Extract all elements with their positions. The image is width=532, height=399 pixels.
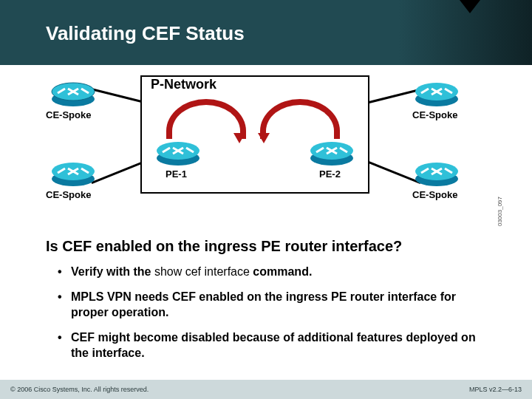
corner-decoration (460, 0, 480, 13)
router-icon (309, 137, 355, 167)
bullet-item: MPLS VPN needs CEF enabled on the ingres… (58, 290, 488, 320)
router-icon (414, 78, 460, 108)
router-icon (50, 158, 96, 188)
router-icon (414, 158, 460, 188)
slide-number: MPLS v2.2—6-13 (469, 386, 522, 393)
arrowhead-icon (258, 133, 270, 143)
question-heading: Is CEF enabled on the ingress PE router … (46, 238, 402, 255)
router-label: PE-2 (319, 168, 341, 180)
copyright-text: © 2006 Cisco Systems, Inc. All rights re… (10, 386, 149, 393)
bullet-text: MPLS VPN needs CEF enabled on the ingres… (71, 290, 456, 318)
p-network-label: P-Network (149, 77, 218, 92)
router-label: CE-Spoke (412, 189, 457, 200)
bullet-list: Verify with the show cef interface comma… (58, 265, 488, 371)
router-icon (155, 137, 201, 167)
router-label: PE-1 (166, 168, 187, 180)
title-bar: Validating CEF Status (0, 0, 532, 65)
command-text: show cef interface (154, 265, 253, 278)
router-label: CE-Spoke (412, 109, 457, 120)
bullet-item: CEF might become disabled because of add… (58, 330, 488, 361)
network-diagram: P-Network CE-Spoke CE-Spoke PE-1 PE-2 CE… (44, 71, 488, 226)
bullet-text: Verify with the (71, 265, 154, 278)
bullet-text: command. (253, 265, 312, 278)
image-credit: 03003_097 (497, 197, 503, 226)
footer-bar: © 2006 Cisco Systems, Inc. All rights re… (0, 380, 532, 399)
bullet-item: Verify with the show cef interface comma… (58, 265, 488, 279)
router-label: CE-Spoke (46, 109, 91, 120)
bullet-text: CEF might become disabled because of add… (71, 331, 476, 358)
router-icon (50, 78, 96, 108)
router-label: CE-Spoke (46, 189, 91, 200)
arrowhead-icon (233, 133, 245, 143)
page-title: Validating CEF Status (46, 22, 245, 45)
